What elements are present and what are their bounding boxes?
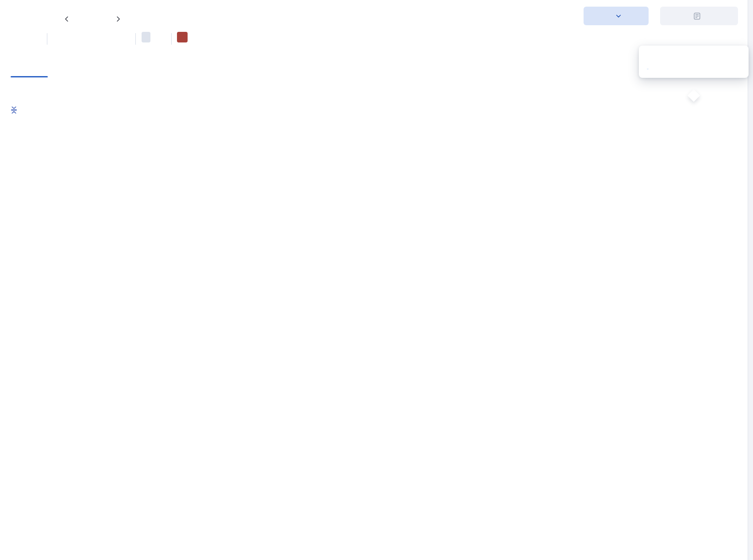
chevron-down-icon bbox=[615, 13, 622, 19]
errors-count-badge[interactable] bbox=[177, 32, 188, 42]
divider bbox=[171, 33, 172, 45]
divider bbox=[47, 33, 47, 45]
tab-selected-underline bbox=[11, 76, 48, 77]
investigate-button[interactable] bbox=[584, 7, 649, 25]
error-message-link[interactable] bbox=[647, 69, 649, 69]
tooltip-arrow bbox=[688, 89, 700, 102]
divider bbox=[135, 33, 136, 45]
prev-sample-button[interactable] bbox=[62, 15, 71, 23]
document-icon bbox=[693, 12, 701, 20]
outcome-badge bbox=[142, 32, 150, 42]
service-color-dot bbox=[647, 58, 652, 63]
tooltip-service bbox=[647, 58, 741, 63]
trace-sample-panel bbox=[0, 0, 753, 560]
error-tooltip bbox=[639, 46, 749, 78]
view-full-trace-button[interactable] bbox=[660, 7, 738, 25]
chevron-left-icon bbox=[63, 15, 70, 23]
next-sample-button[interactable] bbox=[114, 15, 123, 23]
collapse-all-button[interactable] bbox=[9, 105, 18, 114]
scroll-gutter bbox=[748, 0, 753, 560]
fold-icon bbox=[10, 106, 18, 114]
chevron-right-icon bbox=[115, 15, 122, 23]
